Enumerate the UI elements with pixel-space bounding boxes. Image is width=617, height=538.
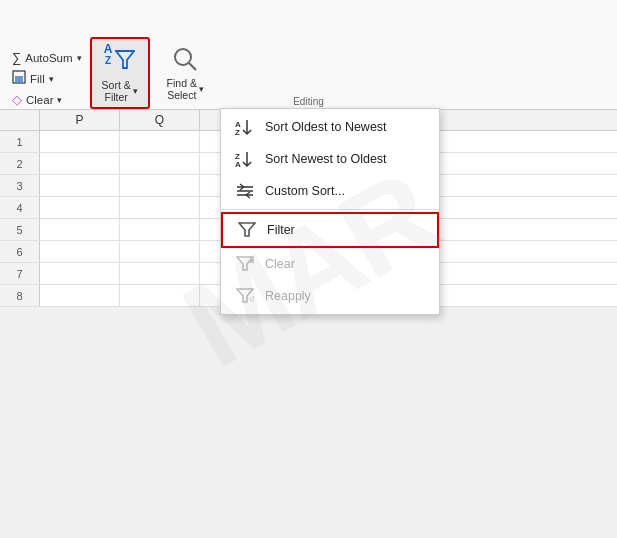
svg-line-7 <box>189 63 196 70</box>
menu-item-sort-newest[interactable]: Z A Sort Newest to Oldest <box>221 143 439 175</box>
fill-label: Fill <box>30 73 45 85</box>
grid-cell[interactable] <box>40 241 120 262</box>
grid-cell[interactable] <box>40 197 120 218</box>
clear-filter-icon <box>235 255 255 273</box>
autosum-icon: ∑ <box>12 50 21 65</box>
svg-marker-4 <box>116 51 134 68</box>
clear-filter-label: Clear <box>265 257 295 271</box>
sort-filter-dropdown-menu: A Z Sort Oldest to Newest Z A Sort Newes… <box>220 108 440 315</box>
autosum-dropdown-icon: ▾ <box>77 53 82 63</box>
sort-filter-funnel-icon <box>115 49 135 73</box>
col-header-p: P <box>40 110 120 130</box>
sort-az-icon: A Z <box>235 118 255 136</box>
grid-cell[interactable] <box>120 241 200 262</box>
fill-button[interactable]: Fill ▾ <box>8 68 86 89</box>
svg-text:A: A <box>235 160 241 168</box>
grid-cell[interactable] <box>120 197 200 218</box>
editing-group-label: Editing <box>0 96 617 107</box>
svg-point-6 <box>175 49 191 65</box>
row-number: 8 <box>0 285 40 306</box>
reapply-label: Reapply <box>265 289 311 303</box>
menu-separator <box>221 209 439 210</box>
autosum-label: AutoSum <box>25 52 72 64</box>
row-number: 6 <box>0 241 40 262</box>
grid-cell[interactable] <box>40 153 120 174</box>
grid-cell[interactable] <box>40 175 120 196</box>
filter-icon <box>237 221 257 239</box>
svg-text:Z: Z <box>235 128 240 136</box>
menu-item-reapply[interactable]: ↺ Reapply <box>221 280 439 312</box>
row-number: 1 <box>0 131 40 152</box>
ribbon: ∑ AutoSum ▾ Fill ▾ ◇ Clear ▾ A Z <box>0 0 617 110</box>
row-header-spacer <box>0 110 40 130</box>
grid-cell[interactable] <box>120 175 200 196</box>
az-icon: A Z <box>104 43 113 66</box>
custom-sort-label: Custom Sort... <box>265 184 345 198</box>
fill-icon <box>12 70 26 87</box>
svg-marker-17 <box>239 223 255 236</box>
reapply-icon: ↺ <box>235 287 255 305</box>
grid-cell[interactable] <box>120 153 200 174</box>
menu-item-sort-oldest[interactable]: A Z Sort Oldest to Newest <box>221 111 439 143</box>
menu-item-clear[interactable]: Clear <box>221 248 439 280</box>
menu-item-custom-sort[interactable]: Custom Sort... <box>221 175 439 207</box>
sort-za-icon: Z A <box>235 150 255 168</box>
sort-filter-dropdown-arrow: ▾ <box>133 86 138 96</box>
grid-cell[interactable] <box>120 219 200 240</box>
find-select-icon <box>171 45 199 77</box>
custom-sort-icon <box>235 182 255 200</box>
find-select-dropdown-arrow: ▾ <box>199 84 204 94</box>
sort-newest-label: Sort Newest to Oldest <box>265 152 387 166</box>
grid-cell[interactable] <box>40 263 120 284</box>
grid-cell[interactable] <box>40 131 120 152</box>
menu-item-filter[interactable]: Filter <box>221 212 439 248</box>
sort-oldest-label: Sort Oldest to Newest <box>265 120 387 134</box>
grid-cell[interactable] <box>120 285 200 306</box>
grid-cell[interactable] <box>40 219 120 240</box>
row-number: 5 <box>0 219 40 240</box>
grid-cell[interactable] <box>40 285 120 306</box>
autosum-button[interactable]: ∑ AutoSum ▾ <box>8 48 86 67</box>
fill-dropdown-icon: ▾ <box>49 74 54 84</box>
svg-text:↺: ↺ <box>249 295 254 304</box>
row-number: 2 <box>0 153 40 174</box>
row-number: 3 <box>0 175 40 196</box>
grid-cell[interactable] <box>120 131 200 152</box>
svg-rect-3 <box>15 76 23 82</box>
grid-cell[interactable] <box>120 263 200 284</box>
col-header-q: Q <box>120 110 200 130</box>
filter-label: Filter <box>267 223 295 237</box>
row-number: 4 <box>0 197 40 218</box>
row-number: 7 <box>0 263 40 284</box>
sort-filter-icon-area: A Z <box>104 43 136 79</box>
